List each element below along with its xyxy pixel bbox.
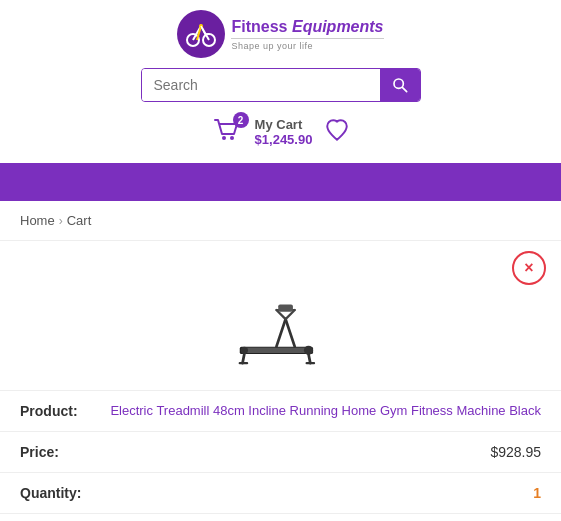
cart-total: $1,245.90: [255, 132, 313, 147]
cart-icon-wrapper[interactable]: 2: [211, 116, 243, 148]
breadcrumb-separator: ›: [59, 214, 63, 228]
search-icon: [392, 77, 408, 93]
header: Fitness Equipments Shape up your life: [0, 0, 561, 163]
nav-bar: [0, 163, 561, 201]
cart-row: 2 My Cart $1,245.90: [211, 112, 351, 158]
search-bar: [141, 68, 421, 102]
svg-rect-8: [242, 348, 310, 354]
cart-label: My Cart: [255, 117, 303, 132]
breadcrumb: Home › Cart: [0, 201, 561, 240]
logo-title-bold: Equipments: [292, 18, 384, 35]
svg-line-17: [242, 354, 244, 363]
svg-line-11: [285, 319, 294, 347]
cart-item-section: ×: [0, 240, 561, 514]
logo-title-normal: Fitness: [231, 18, 291, 35]
logo-subtitle: Shape up your life: [231, 38, 383, 51]
logo-text: Fitness Equipments Shape up your life: [231, 18, 383, 51]
price-label: Price:: [20, 444, 90, 460]
breadcrumb-current: Cart: [67, 213, 92, 228]
quantity-value: 1: [90, 485, 541, 501]
svg-rect-16: [278, 305, 293, 312]
cart-badge: 2: [233, 112, 249, 128]
product-image: [226, 300, 336, 375]
product-name-row: Product: Electric Treadmill 48cm Incline…: [0, 391, 561, 432]
svg-line-18: [308, 354, 310, 363]
svg-line-4: [402, 87, 406, 91]
cart-info: My Cart $1,245.90: [255, 117, 313, 147]
product-image-wrapper: [0, 290, 561, 391]
wishlist-button[interactable]: [324, 117, 350, 147]
search-input[interactable]: [142, 69, 380, 101]
quantity-row: Quantity: 1: [0, 473, 561, 514]
heart-icon: [324, 117, 350, 143]
svg-point-6: [230, 136, 234, 140]
page-wrapper: Fitness Equipments Shape up your life: [0, 0, 561, 521]
search-button[interactable]: [380, 69, 420, 101]
logo-title: Fitness Equipments: [231, 18, 383, 36]
price-value: $928.95: [90, 444, 541, 460]
svg-line-12: [276, 319, 285, 347]
logo-area: Fitness Equipments Shape up your life: [177, 10, 383, 58]
price-row: Price: $928.95: [0, 432, 561, 473]
remove-row: ×: [0, 241, 561, 290]
product-name: Electric Treadmill 48cm Incline Running …: [90, 403, 541, 418]
remove-button[interactable]: ×: [512, 251, 546, 285]
quantity-label: Quantity:: [20, 485, 90, 501]
logo-icon: [177, 10, 225, 58]
svg-point-5: [222, 136, 226, 140]
product-label: Product:: [20, 403, 90, 419]
breadcrumb-home[interactable]: Home: [20, 213, 55, 228]
logo-svg: [183, 16, 219, 52]
